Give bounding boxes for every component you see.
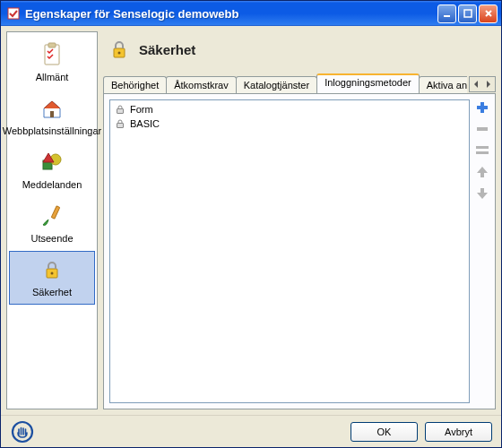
svg-rect-4 — [48, 43, 56, 47]
lock-icon — [105, 35, 134, 64]
home-icon — [38, 94, 66, 123]
tab-access-requirements[interactable]: Åtkomstkrav — [166, 76, 237, 93]
add-button[interactable] — [474, 99, 490, 116]
svg-rect-5 — [50, 111, 54, 117]
svg-rect-18 — [476, 146, 489, 149]
tab-active-users[interactable]: Aktiva använ — [419, 76, 467, 93]
main-panel: Säkerhet Behörighet Åtkomstkrav Katalogt… — [103, 31, 496, 409]
svg-point-12 — [118, 52, 121, 55]
sidebar-item-label: Allmänt — [36, 72, 69, 82]
ok-button[interactable]: OK — [351, 422, 418, 442]
minimize-button[interactable] — [437, 4, 456, 23]
close-button[interactable] — [479, 4, 498, 23]
tab-permissions[interactable]: Behörighet — [103, 76, 167, 93]
svg-rect-16 — [477, 106, 488, 109]
lock-small-icon — [114, 117, 126, 130]
app-icon — [6, 6, 21, 21]
svg-rect-1 — [444, 15, 450, 17]
brush-icon — [38, 202, 66, 230]
sidebar-item-label: Meddelanden — [22, 179, 82, 190]
remove-button[interactable] — [474, 121, 490, 137]
cancel-button[interactable]: Avbryt — [425, 422, 492, 442]
list-item[interactable]: Form — [114, 102, 465, 116]
tab-panel: Form BASIC — [103, 93, 496, 409]
sidebar-item-general[interactable]: Allmänt — [9, 36, 95, 90]
lock-icon — [38, 255, 66, 284]
window-title: Egenskaper för Senselogic demowebb — [25, 7, 437, 21]
shapes-icon — [38, 148, 66, 177]
edit-button[interactable] — [474, 142, 490, 159]
svg-rect-13 — [117, 109, 124, 114]
tab-scroll-left[interactable] — [470, 77, 482, 91]
list-toolbar — [473, 99, 491, 202]
svg-rect-8 — [51, 206, 60, 219]
panel-header: Säkerhet — [103, 31, 496, 73]
hand-icon — [10, 419, 35, 444]
tab-login-methods[interactable]: Inloggningsmetoder — [316, 73, 420, 93]
sidebar-item-label: Säkerhet — [32, 287, 72, 297]
login-methods-list[interactable]: Form BASIC — [109, 99, 470, 403]
tab-scroll — [469, 76, 496, 92]
tab-scroll-right[interactable] — [482, 77, 495, 91]
sidebar-item-messages[interactable]: Meddelanden — [9, 143, 95, 197]
content-area: Allmänt Webbplatsinställningar — [1, 26, 501, 415]
sidebar-item-security[interactable]: Säkerhet — [9, 251, 95, 305]
sidebar-item-label: Utseende — [30, 233, 73, 244]
svg-point-20 — [13, 422, 32, 442]
dialog-window: Egenskaper för Senselogic demowebb — [0, 0, 502, 448]
maximize-button[interactable] — [458, 4, 477, 23]
svg-rect-0 — [8, 8, 19, 19]
titlebar: Egenskaper för Senselogic demowebb — [1, 1, 501, 26]
list-item-label: Form — [130, 104, 153, 115]
lock-small-icon — [114, 103, 126, 116]
checklist-icon — [38, 40, 66, 69]
list-item[interactable]: BASIC — [114, 116, 465, 131]
svg-rect-17 — [477, 127, 488, 131]
list-item-label: BASIC — [130, 118, 160, 129]
move-up-button[interactable] — [474, 164, 490, 180]
svg-rect-14 — [117, 124, 124, 128]
sidebar-item-appearance[interactable]: Utseende — [9, 197, 95, 251]
svg-point-10 — [51, 272, 54, 275]
tabs-bar: Behörighet Åtkomstkrav Katalogtjänster I… — [103, 73, 496, 93]
dialog-footer: OK Avbryt — [1, 415, 501, 447]
tab-directory-services[interactable]: Katalogtjänster — [236, 76, 317, 93]
category-sidebar: Allmänt Webbplatsinställningar — [6, 31, 98, 409]
page-title: Säkerhet — [139, 42, 195, 57]
svg-rect-19 — [476, 151, 489, 154]
sidebar-item-label: Webbplatsinställningar — [3, 125, 101, 136]
svg-rect-2 — [464, 10, 472, 17]
sidebar-item-site-settings[interactable]: Webbplatsinställningar — [9, 90, 95, 143]
move-down-button[interactable] — [474, 185, 490, 202]
